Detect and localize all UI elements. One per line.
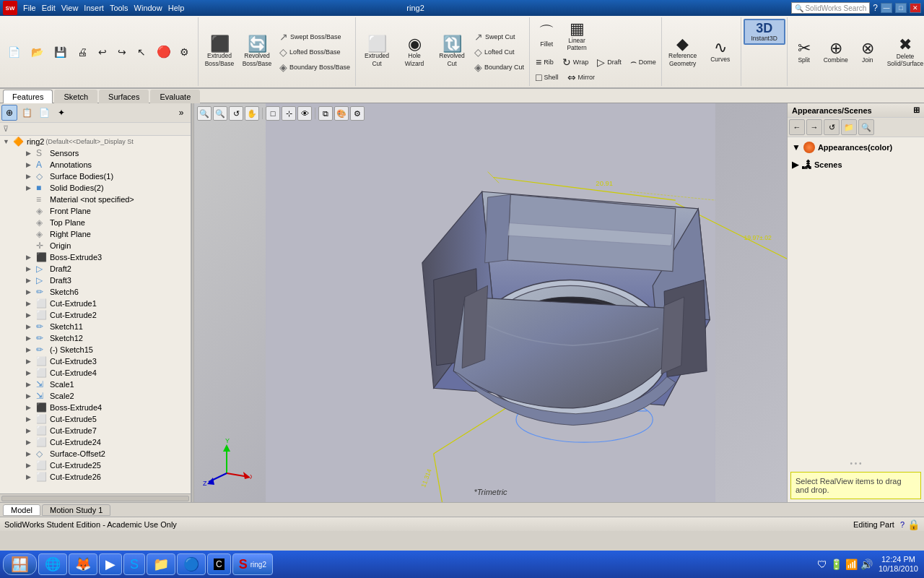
dimxpert-manager-btn[interactable]: ✦	[53, 105, 69, 121]
menu-edit[interactable]: Edit	[42, 4, 56, 12]
close-btn[interactable]: ✕	[910, 3, 921, 13]
tree-item-cut-extrude24[interactable]: ▶ ⬜ Cut-Extrude24	[12, 436, 191, 448]
tree-item-solid-bodies[interactable]: ▶ ■ Solid Bodies(2)	[12, 182, 191, 194]
property-manager-btn[interactable]: 📋	[19, 105, 35, 121]
tree-root[interactable]: ▼ 🔶 ring2 (Default<<Default>_Display St	[0, 136, 191, 147]
taskbar-media-btn[interactable]: ▶	[99, 553, 122, 575]
dome-btn[interactable]: ⌢ Dome	[627, 54, 660, 69]
taskbar-skype-btn[interactable]: S	[123, 553, 145, 575]
rp-back-btn[interactable]: ←	[789, 119, 805, 135]
revolved-cut-btn[interactable]: 🔃 RevolvedCut	[433, 19, 471, 85]
pan-btn[interactable]: ✋	[245, 106, 259, 121]
start-button[interactable]: 🪟	[3, 553, 37, 575]
join-btn[interactable]: ⊗ Join	[853, 19, 882, 85]
rp-folder-btn[interactable]: 📁	[841, 119, 857, 135]
display-style-btn[interactable]: □	[266, 106, 280, 121]
fillet-btn[interactable]: ⌒ Fillet	[532, 19, 561, 53]
tree-item-draft3[interactable]: ▶ ▷ Draft3	[12, 275, 191, 286]
minimize-btn[interactable]: —	[881, 3, 892, 13]
tree-item-cut-extrude25[interactable]: ▶ ⬜ Cut-Extrude25	[12, 460, 191, 471]
feature-manager-btn[interactable]: ⊕	[1, 105, 17, 121]
select-btn[interactable]: ↖	[134, 43, 152, 60]
tree-item-boss-extrude4[interactable]: ▶ ⬛ Boss-Extrude4	[12, 402, 191, 413]
extruded-boss-base-btn[interactable]: ⬛ ExtrudedBoss/Base	[201, 19, 238, 85]
tree-item-front-plane[interactable]: ◈ Front Plane	[12, 205, 191, 217]
taskbar-browser2-btn[interactable]: 🔵	[177, 553, 206, 575]
shell-btn[interactable]: □ Shell	[532, 70, 562, 85]
menu-tools[interactable]: Tools	[110, 4, 128, 12]
taskbar-clock[interactable]: 12:24 PM 10/18/2010	[879, 555, 918, 574]
open-btn[interactable]: 📂	[27, 43, 49, 60]
tree-item-cut-extrude2[interactable]: ▶ ⬜ Cut-Extrude2	[12, 309, 191, 321]
tree-item-cut-extrude7[interactable]: ▶ ⬜ Cut-Extrude7	[12, 425, 191, 436]
tree-item-top-plane[interactable]: ◈ Top Plane	[12, 217, 191, 228]
lofted-cut-btn[interactable]: ◇ Lofted Cut	[471, 45, 528, 59]
tree-item-cut-extrude26[interactable]: ▶ ⬜ Cut-Extrude26	[12, 471, 191, 483]
new-btn[interactable]: 📄	[4, 43, 26, 60]
expand-sidebar-btn[interactable]: »	[173, 105, 189, 121]
tree-item-scale2[interactable]: ▶ ⇲ Scale2	[12, 390, 191, 402]
scenes-header[interactable]: ▶ 🏞 Scenes	[790, 158, 921, 172]
tree-item-sketch12[interactable]: ▶ ✏ Sketch12	[12, 332, 191, 344]
boundary-boss-base-btn[interactable]: ◈ Boundary Boss/Base	[276, 60, 354, 74]
rp-search-btn[interactable]: 🔍	[858, 119, 874, 135]
taskbar-ie-btn[interactable]: 🌐	[38, 553, 67, 575]
taskbar-explorer-btn[interactable]: 📁	[147, 553, 175, 575]
rebuild-btn[interactable]: 🔴	[153, 43, 175, 60]
rib-btn[interactable]: ≡ Rib	[532, 54, 557, 69]
instant3d-btn[interactable]: 3D Instant3D	[744, 19, 785, 45]
boundary-cut-btn[interactable]: ◈ Boundary Cut	[471, 60, 528, 74]
appearances-header[interactable]: ▼ Appearances(color)	[790, 140, 921, 155]
revolved-boss-base-btn[interactable]: 🔄 RevolvedBoss/Base	[238, 19, 276, 85]
render-tools-btn[interactable]: 🎨	[334, 106, 349, 121]
rotate-btn[interactable]: ↺	[229, 106, 243, 121]
help-link[interactable]: ?	[900, 520, 905, 529]
wrap-btn[interactable]: ↻ Wrap	[559, 54, 592, 69]
menu-help[interactable]: Help	[168, 4, 185, 12]
delete-solid-surface-btn[interactable]: ✖ DeleteSolid/Surface	[884, 19, 924, 85]
undo-btn[interactable]: ↩	[95, 43, 113, 60]
tree-item-sketch15[interactable]: ▶ ✏ (-) Sketch15	[12, 344, 191, 355]
zoom-in-btn[interactable]: 🔍	[197, 106, 212, 121]
tree-item-sketch6[interactable]: ▶ ✏ Sketch6	[12, 286, 191, 298]
tab-evaluate[interactable]: Evaluate	[150, 90, 200, 103]
menu-insert[interactable]: Insert	[84, 4, 104, 12]
tab-features[interactable]: Features	[3, 90, 53, 103]
mirror-btn[interactable]: ⇔ Mirror	[564, 70, 599, 85]
tree-item-annotations[interactable]: ▶ A Annotations	[12, 159, 191, 171]
reference-geometry-btn[interactable]: ◆ ReferenceGeometry	[664, 19, 702, 85]
tree-item-sketch11[interactable]: ▶ ✏ Sketch11	[12, 321, 191, 332]
section-view-btn[interactable]: ⧉	[318, 106, 333, 121]
menu-view[interactable]: View	[61, 4, 79, 12]
save-btn[interactable]: 💾	[51, 43, 72, 60]
tree-item-scale1[interactable]: ▶ ⇲ Scale1	[12, 379, 191, 390]
tree-item-material[interactable]: ≡ Material <not specified>	[12, 194, 191, 205]
split-btn[interactable]: ✂ Split	[790, 19, 819, 85]
tree-item-cut-extrude1[interactable]: ▶ ⬜ Cut-Extrude1	[12, 298, 191, 309]
tree-item-surface-bodies[interactable]: ▶ ◇ Surface Bodies(1)	[12, 171, 191, 182]
print-btn[interactable]: 🖨	[74, 43, 93, 60]
taskbar-cmd-btn[interactable]: C	[207, 553, 231, 575]
tree-item-cut-extrude5[interactable]: ▶ ⬜ Cut-Extrude5	[12, 413, 191, 425]
zoom-out-btn[interactable]: 🔍	[213, 106, 227, 121]
rp-refresh-btn[interactable]: ↺	[824, 119, 840, 135]
menu-file[interactable]: File	[23, 4, 36, 12]
tab-model[interactable]: Model	[3, 504, 40, 516]
hide-show-btn[interactable]: 👁	[297, 106, 312, 121]
combine-btn[interactable]: ⊕ Combine	[820, 19, 852, 85]
swept-cut-btn[interactable]: ↗ Swept Cut	[471, 30, 528, 44]
view-settings-btn[interactable]: ⚙	[350, 106, 365, 121]
right-panel-expand-btn[interactable]: ⊞	[913, 105, 920, 115]
tree-item-sensors[interactable]: ▶ S Sensors	[12, 147, 191, 159]
help-btn[interactable]: ?	[873, 3, 878, 13]
tree-item-cut-extrude3[interactable]: ▶ ⬜ Cut-Extrude3	[12, 355, 191, 367]
config-manager-btn[interactable]: 📄	[36, 105, 52, 121]
3d-viewport[interactable]: 🔍 🔍 ↺ ✋ □ ⊹ 👁 ⧉ 🎨 ⚙	[194, 103, 787, 502]
options-btn[interactable]: ⚙	[176, 43, 195, 60]
swept-boss-base-btn[interactable]: ↗ Swept Boss/Base	[276, 30, 354, 44]
draft-btn[interactable]: ▷ Draft	[593, 54, 625, 69]
taskbar-firefox-btn[interactable]: 🦊	[69, 553, 97, 575]
tab-motion-study[interactable]: Motion Study 1	[42, 504, 110, 516]
tree-item-draft2[interactable]: ▶ ▷ Draft2	[12, 263, 191, 275]
curves-btn[interactable]: ∿ Curves	[702, 19, 739, 85]
